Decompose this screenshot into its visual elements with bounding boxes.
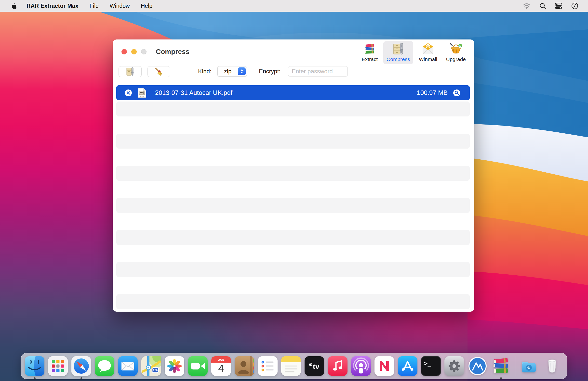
stepper-icon	[238, 67, 246, 75]
desktop: RAR Extractor Max FileWindowHelp Compres…	[0, 0, 588, 381]
dock: 280 JAN 4 tv >_	[21, 353, 567, 379]
svg-text:>_: >_	[424, 360, 431, 367]
password-input[interactable]	[288, 66, 348, 76]
dock-item-music[interactable]	[328, 356, 348, 376]
empty-list-row	[116, 246, 470, 261]
dock-item-system-preferences[interactable]	[444, 356, 464, 376]
empty-list-row	[116, 278, 470, 293]
empty-list-row	[116, 262, 470, 277]
extract-icon	[363, 43, 376, 56]
empty-list-row	[116, 133, 470, 149]
menu-bar: RAR Extractor Max FileWindowHelp	[0, 0, 588, 12]
kind-selected-value: zip	[218, 68, 238, 75]
close-button[interactable]	[122, 49, 127, 55]
control-center-icon[interactable]	[555, 3, 562, 9]
dock-item-contacts[interactable]	[235, 356, 254, 376]
broom-icon	[155, 67, 163, 76]
empty-list-row	[116, 150, 470, 165]
file-name: 2013-07-31 Autocar UK.pdf	[155, 89, 232, 96]
toolbar-item-extract[interactable]: Extract	[358, 41, 381, 64]
upgrade-icon: $	[450, 43, 462, 56]
dock-item-appstore[interactable]	[398, 356, 418, 376]
menu-item-window[interactable]: Window	[110, 3, 130, 9]
toolbar-item-compress[interactable]: Compress	[383, 41, 413, 64]
svg-text:$: $	[459, 44, 461, 48]
kind-label: Kind:	[198, 64, 211, 79]
dock-item-rar-extractor[interactable]	[491, 356, 511, 376]
dock-separator	[515, 357, 515, 376]
menu-item-file[interactable]: File	[90, 3, 99, 9]
toolbar-item-upgrade[interactable]: $Upgrade	[443, 41, 469, 64]
file-row[interactable]: PDF 2013-07-31 Autocar UK.pdf 100.97 MB	[116, 85, 470, 100]
options-bar: Kind: zip Encrypt:	[113, 64, 474, 79]
spotlight-search-icon[interactable]	[539, 3, 546, 9]
zoom-button[interactable]	[141, 49, 147, 55]
kind-select[interactable]: zip	[217, 66, 247, 76]
running-indicator	[500, 377, 502, 379]
toolbar-item-label: Winmail	[419, 57, 437, 62]
svg-text:tv: tv	[313, 362, 319, 370]
menu-status-area	[523, 2, 578, 9]
toolbar: Extract Compress @ Winmail $Upgrade	[358, 41, 469, 64]
dock-item-maps[interactable]: 280	[141, 356, 161, 376]
empty-list-row	[116, 182, 470, 197]
dock-item-trash[interactable]	[542, 356, 562, 376]
file-size: 100.97 MB	[417, 89, 448, 96]
wifi-icon[interactable]	[523, 3, 530, 9]
empty-list-row	[116, 117, 470, 133]
compress-mini-icon	[126, 67, 135, 76]
svg-text:JAN: JAN	[218, 358, 224, 362]
file-list: PDF 2013-07-31 Autocar UK.pdf 100.97 MB	[113, 79, 474, 312]
empty-list-row	[116, 101, 470, 116]
toolbar-item-winmail[interactable]: @ Winmail	[416, 41, 441, 64]
running-indicator	[81, 377, 82, 379]
dock-item-launchpad[interactable]	[48, 356, 68, 376]
compress-settings-button[interactable]	[119, 66, 142, 77]
svg-text:280: 280	[153, 369, 158, 372]
clock-icon[interactable]	[571, 2, 578, 9]
dock-item-reminders[interactable]	[258, 356, 277, 376]
minimize-button[interactable]	[131, 49, 137, 55]
title-bar: Compress Extract Compress @ Winmail $Upg…	[113, 39, 474, 64]
menu-item-help[interactable]: Help	[141, 3, 152, 9]
dock-item-notes[interactable]	[281, 356, 301, 376]
dock-item-news[interactable]	[375, 356, 394, 376]
dock-item-calendar[interactable]: JAN 4	[211, 356, 231, 376]
empty-list-row	[116, 214, 470, 229]
menu-items: FileWindowHelp	[79, 3, 152, 9]
toolbar-item-label: Upgrade	[446, 57, 466, 62]
clean-list-button[interactable]	[147, 66, 170, 77]
window-title: Compress	[156, 39, 189, 64]
app-window: Compress Extract Compress @ Winmail $Upg…	[113, 39, 474, 312]
dock-item-photos[interactable]	[165, 356, 184, 376]
preview-file-button[interactable]	[453, 89, 460, 96]
svg-text:@: @	[426, 45, 429, 48]
compress-icon	[392, 43, 405, 56]
dock-item-app-cleaner[interactable]	[468, 356, 487, 376]
empty-list-row	[116, 166, 470, 181]
winmail-icon: @	[422, 43, 434, 56]
dock-item-downloads-folder[interactable]	[519, 356, 539, 376]
dock-item-finder[interactable]	[25, 356, 44, 376]
svg-text:PDF: PDF	[140, 95, 144, 97]
remove-file-button[interactable]	[125, 89, 132, 96]
encrypt-label: Encrypt:	[259, 64, 280, 79]
dock-item-facetime[interactable]	[188, 356, 208, 376]
running-indicator	[34, 377, 36, 379]
dock-item-podcasts[interactable]	[351, 356, 371, 376]
pdf-file-icon: PDF	[137, 88, 147, 98]
window-controls	[122, 49, 147, 55]
dock-item-terminal[interactable]: >_	[421, 356, 441, 376]
empty-list-row	[116, 294, 470, 309]
dock-item-safari[interactable]	[71, 356, 91, 376]
empty-list-row	[116, 198, 470, 213]
dock-item-mail[interactable]	[118, 356, 138, 376]
dock-item-tv[interactable]: tv	[305, 356, 324, 376]
menu-app-name[interactable]: RAR Extractor Max	[26, 3, 79, 9]
dock-item-messages[interactable]	[95, 356, 114, 376]
toolbar-item-label: Compress	[386, 57, 410, 62]
toolbar-item-label: Extract	[362, 57, 378, 62]
empty-list-row	[116, 230, 470, 245]
svg-text:4: 4	[218, 362, 224, 374]
apple-menu-icon[interactable]	[11, 3, 17, 9]
